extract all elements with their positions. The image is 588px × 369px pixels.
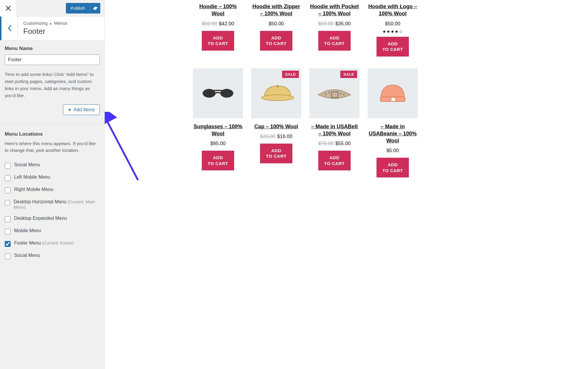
close-customizer-button[interactable] bbox=[0, 0, 16, 16]
product-card: SALECap – 100% Wool$23.00$16.00ADDTO CAR… bbox=[251, 68, 301, 178]
menu-name-label: Menu Name bbox=[5, 46, 100, 51]
chevron-left-icon bbox=[8, 25, 12, 31]
menu-location-label: Social Menu bbox=[14, 162, 40, 167]
close-icon bbox=[6, 6, 11, 11]
product-card: Hoodie with Zipper – 100% Wool$50.00ADDT… bbox=[251, 0, 301, 56]
customizer-panel: Publish Customizing ▸ Menus Footer Menu … bbox=[0, 0, 105, 369]
menu-location-item[interactable]: Left Mobile Menu bbox=[5, 172, 100, 184]
sale-badge: SALE bbox=[282, 71, 299, 78]
menu-location-checkbox[interactable] bbox=[5, 163, 11, 169]
publish-button[interactable]: Publish bbox=[66, 3, 90, 14]
menu-location-item[interactable]: Social Menu bbox=[5, 159, 100, 172]
menu-location-checkbox[interactable] bbox=[5, 187, 11, 193]
divider bbox=[0, 124, 104, 124]
menu-location-label: Social Menu bbox=[14, 253, 40, 258]
product-title-link[interactable]: – Made in USABeanie – 100% Wool bbox=[368, 123, 418, 144]
menu-location-label: Desktop Expanded Menu bbox=[14, 216, 67, 221]
menu-location-label: Left Mobile Menu bbox=[14, 174, 50, 179]
product-title-link[interactable]: Sunglasses – 100% Wool bbox=[193, 123, 243, 137]
product-card: Sunglasses – 100% Wool$95.00ADDTO CART bbox=[193, 68, 243, 178]
menu-location-checkbox[interactable] bbox=[5, 229, 11, 235]
product-card: Hoodie – 100% Wool$50.00$42.00ADDTO CART bbox=[193, 0, 243, 56]
help-text: Time to add some links! Click “Add Items… bbox=[5, 71, 100, 99]
back-button[interactable] bbox=[1, 16, 18, 40]
product-title-link[interactable]: Cap – 100% Wool bbox=[254, 123, 298, 130]
publish-group: Publish bbox=[66, 3, 104, 14]
product-title-link[interactable]: – Made in USABelt – 100% Wool bbox=[309, 123, 359, 137]
breadcrumb-prefix: Customizing bbox=[23, 21, 48, 26]
breadcrumb-title: Footer bbox=[23, 27, 67, 36]
product-price: $23.00$16.00 bbox=[260, 134, 292, 139]
menu-location-item[interactable]: Mobile Menu bbox=[5, 225, 100, 237]
menu-location-checkbox[interactable] bbox=[5, 200, 10, 206]
product-title-link[interactable]: Hoodie with Zipper – 100% Wool bbox=[251, 3, 301, 17]
product-price: $95.00 bbox=[210, 141, 226, 147]
product-card: SALE– Made in USABelt – 100% Wool$70.00$… bbox=[309, 68, 359, 178]
menu-location-label: Right Mobile Menu bbox=[14, 187, 53, 192]
add-to-cart-button[interactable]: ADDTO CART bbox=[377, 37, 409, 56]
product-image[interactable]: SALE bbox=[251, 68, 301, 118]
belt-icon bbox=[317, 82, 352, 105]
add-to-cart-button[interactable]: ADDTO CART bbox=[260, 31, 292, 51]
add-items-button[interactable]: + Add Items bbox=[63, 104, 100, 115]
menu-location-checkbox[interactable] bbox=[5, 253, 11, 259]
add-items-label: Add Items bbox=[74, 107, 95, 112]
product-card: – Made in USABeanie – 100% Wool$5.00ADDT… bbox=[368, 68, 418, 178]
menu-location-item[interactable]: Desktop Horizontal Menu (Current: Main M… bbox=[5, 196, 100, 213]
product-title-link[interactable]: Hoodie with Logo – 100% Wool bbox=[368, 3, 418, 17]
add-to-cart-button[interactable]: ADDTO CART bbox=[318, 151, 351, 170]
menu-location-label: Desktop Horizontal Menu bbox=[14, 199, 66, 204]
svg-line-0 bbox=[105, 118, 138, 179]
cap-icon bbox=[259, 82, 294, 105]
product-price: $70.00$55.00 bbox=[318, 141, 351, 147]
annotation-arrow-icon bbox=[105, 112, 155, 182]
product-price: $50.00 bbox=[269, 21, 284, 27]
site-preview: Hoodie – 100% Wool$50.00$42.00ADDTO CART… bbox=[105, 0, 588, 369]
menu-location-checkbox[interactable] bbox=[5, 241, 11, 247]
product-image[interactable] bbox=[368, 68, 418, 118]
add-to-cart-button[interactable]: ADDTO CART bbox=[377, 158, 409, 177]
product-image[interactable]: SALE bbox=[309, 68, 359, 118]
product-price: $50.00 bbox=[385, 21, 400, 27]
menu-location-label: Mobile Menu bbox=[14, 228, 41, 233]
product-price: $50.00$42.00 bbox=[202, 21, 234, 27]
product-card: Hoodie with Pocket – 100% Wool$50.00$35.… bbox=[309, 0, 359, 56]
add-to-cart-button[interactable]: ADDTO CART bbox=[260, 144, 292, 163]
sale-badge: SALE bbox=[340, 71, 357, 78]
menu-locations-heading: Menu Locations bbox=[5, 131, 100, 137]
menu-location-checkbox[interactable] bbox=[5, 216, 11, 222]
plus-icon: + bbox=[68, 107, 71, 112]
product-price: $50.00$35.00 bbox=[318, 21, 351, 27]
menu-location-item[interactable]: Right Mobile Menu bbox=[5, 184, 100, 196]
product-price: $5.00 bbox=[387, 148, 399, 154]
gear-icon bbox=[93, 6, 98, 11]
breadcrumb-section: Menus bbox=[54, 21, 67, 26]
menu-location-item[interactable]: Social Menu bbox=[5, 250, 100, 262]
product-rating: ★★★★☆ bbox=[382, 29, 403, 34]
menu-locations: Menu Locations Here’s where this menu ap… bbox=[5, 131, 100, 262]
menu-location-suffix: (Current: Footer) bbox=[42, 241, 74, 245]
menu-locations-help: Here’s where this menu appears. If you’d… bbox=[5, 140, 100, 154]
add-to-cart-button[interactable]: ADDTO CART bbox=[202, 31, 234, 51]
customizer-header: Publish bbox=[0, 0, 104, 16]
beanie-icon bbox=[375, 82, 410, 105]
breadcrumb-separator-icon: ▸ bbox=[50, 21, 52, 26]
product-image[interactable] bbox=[193, 68, 243, 118]
product-title-link[interactable]: Hoodie – 100% Wool bbox=[193, 3, 243, 17]
menu-location-item[interactable]: Desktop Expanded Menu bbox=[5, 213, 100, 225]
menu-location-item[interactable]: Footer Menu (Current: Footer) bbox=[5, 237, 100, 250]
sunglasses-icon bbox=[200, 82, 236, 105]
menu-location-label: Footer Menu bbox=[14, 240, 41, 245]
menu-location-checkbox[interactable] bbox=[5, 175, 11, 181]
product-card: Hoodie with Logo – 100% Wool$50.00★★★★☆A… bbox=[368, 0, 418, 56]
menu-name-input[interactable] bbox=[5, 54, 100, 65]
breadcrumb-text: Customizing ▸ Menus Footer bbox=[18, 16, 73, 40]
add-to-cart-button[interactable]: ADDTO CART bbox=[318, 31, 351, 51]
product-title-link[interactable]: Hoodie with Pocket – 100% Wool bbox=[309, 3, 359, 17]
breadcrumb: Customizing ▸ Menus Footer bbox=[0, 16, 104, 40]
publish-settings-button[interactable] bbox=[90, 3, 100, 14]
add-to-cart-button[interactable]: ADDTO CART bbox=[202, 151, 234, 170]
